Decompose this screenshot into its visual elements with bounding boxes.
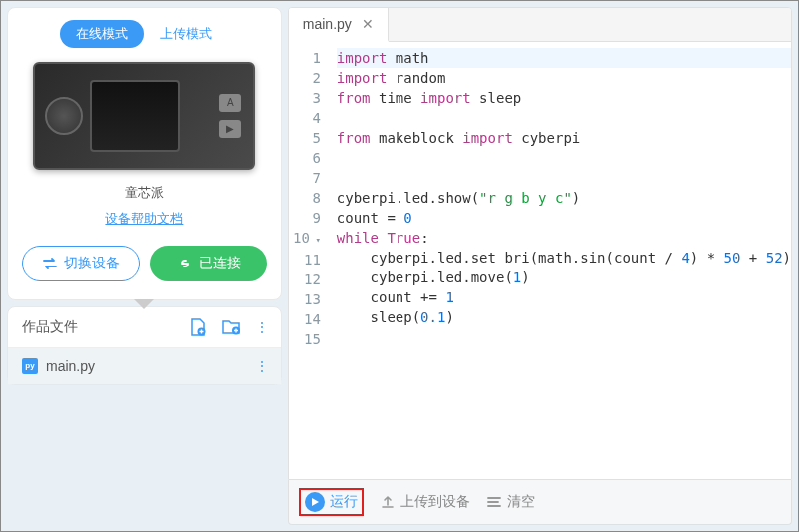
swap-icon bbox=[42, 257, 58, 270]
tab-main-py[interactable]: main.py ✕ bbox=[289, 8, 389, 42]
run-label: 运行 bbox=[330, 493, 358, 511]
device-help-link[interactable]: 设备帮助文档 bbox=[105, 210, 183, 228]
tab-bar: main.py ✕ bbox=[289, 8, 791, 42]
file-name: main.py bbox=[46, 358, 247, 374]
file-more-icon[interactable]: ⋮ bbox=[255, 358, 267, 374]
mode-tab-upload[interactable]: 上传模式 bbox=[144, 20, 228, 48]
clear-icon bbox=[486, 495, 502, 509]
device-name: 童芯派 bbox=[125, 184, 164, 202]
switch-device-button[interactable]: 切换设备 bbox=[22, 246, 140, 281]
link-icon bbox=[177, 257, 193, 270]
play-icon bbox=[305, 492, 325, 512]
file-row[interactable]: py main.py ⋮ bbox=[8, 348, 281, 384]
editor: main.py ✕ 12345678910 ▾1112131415 import… bbox=[288, 7, 792, 480]
tab-label: main.py bbox=[303, 16, 352, 32]
more-icon[interactable]: ⋮ bbox=[255, 319, 267, 335]
switch-device-label: 切换设备 bbox=[64, 255, 120, 272]
clear-label: 清空 bbox=[507, 493, 535, 511]
mode-tabs: 在线模式 上传模式 bbox=[60, 20, 228, 48]
arrow-down-icon bbox=[134, 299, 154, 309]
run-button-highlight: 运行 bbox=[299, 488, 364, 516]
upload-button[interactable]: 上传到设备 bbox=[380, 493, 470, 511]
connected-button[interactable]: 已连接 bbox=[150, 246, 266, 281]
new-file-icon[interactable] bbox=[189, 317, 207, 337]
connected-label: 已连接 bbox=[199, 255, 241, 272]
bottom-bar: 运行 上传到设备 清空 bbox=[288, 480, 792, 525]
device-image: A▶ bbox=[33, 62, 255, 170]
mode-tab-online[interactable]: 在线模式 bbox=[60, 20, 144, 48]
files-card: 作品文件 ⋮ py main.py ⋮ bbox=[7, 306, 282, 385]
device-card: 在线模式 上传模式 A▶ 童芯派 设备帮助文档 切换设备 已连接 bbox=[7, 7, 282, 300]
new-folder-icon[interactable] bbox=[221, 318, 241, 336]
run-button[interactable]: 运行 bbox=[305, 492, 358, 512]
clear-button[interactable]: 清空 bbox=[486, 493, 535, 511]
python-file-icon: py bbox=[22, 358, 38, 374]
upload-icon bbox=[380, 494, 396, 510]
upload-label: 上传到设备 bbox=[400, 493, 470, 511]
files-title: 作品文件 bbox=[22, 318, 189, 336]
close-icon[interactable]: ✕ bbox=[362, 16, 374, 32]
code-area[interactable]: 12345678910 ▾1112131415 import mathimpor… bbox=[289, 42, 791, 479]
